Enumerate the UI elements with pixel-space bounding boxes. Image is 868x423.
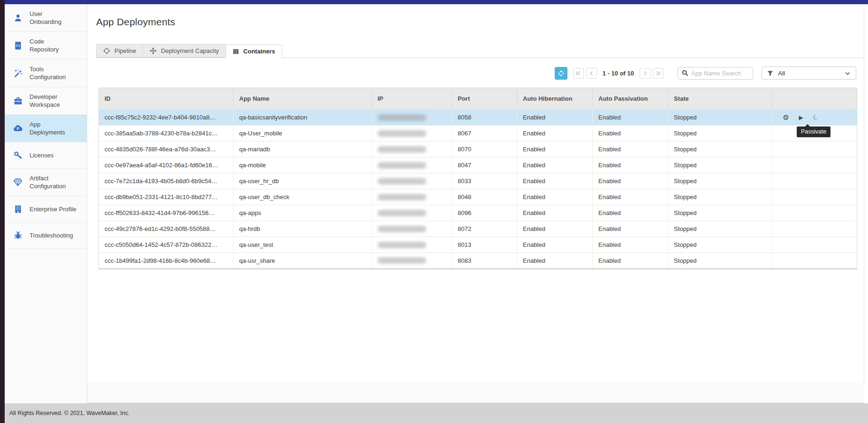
sidebar-item-licenses[interactable]: Licenses <box>5 142 87 169</box>
sidebar-item-label: Troubleshooting <box>30 231 73 239</box>
briefcase-icon <box>13 96 23 106</box>
search-input[interactable] <box>691 70 749 77</box>
left-edge-strip <box>0 0 5 423</box>
cell-app-name: qa-usr_share <box>234 253 372 269</box>
cell-auto-hibernation: Enabled <box>517 126 593 141</box>
cell-ip <box>372 205 452 221</box>
redacted-ip <box>377 130 426 137</box>
column-header-app-name[interactable]: App Name <box>234 88 372 110</box>
sidebar-item-troubleshooting[interactable]: Troubleshooting <box>5 223 87 249</box>
table-row[interactable]: ccc-ff502633-8432-41d4-97b6-996156… qa-a… <box>99 205 857 221</box>
key-icon <box>13 150 23 161</box>
search-icon <box>682 70 688 76</box>
sidebar-item-enterprise-profile[interactable]: Enterprise Profile <box>5 196 87 223</box>
containers-table: ID App Name IP Port Auto Hibernation Aut… <box>98 88 857 269</box>
table-row[interactable]: ccc-4835d026-788f-46ea-a76d-30aac3… qa-m… <box>99 141 857 157</box>
move-arrows-icon <box>150 47 157 54</box>
cell-actions <box>772 205 857 221</box>
tab-deployment-capacity[interactable]: Deployment Capacity <box>143 44 226 58</box>
cell-port: 8072 <box>452 221 517 237</box>
first-page-icon <box>575 70 581 76</box>
refresh-icon <box>558 70 565 77</box>
tab-label: Deployment Capacity <box>161 47 219 54</box>
tab-label: Containers <box>243 48 275 55</box>
cell-id: ccc-0e97aea4-a5af-4102-86a1-fd60e16… <box>99 157 234 173</box>
refresh-button[interactable] <box>555 67 567 80</box>
sidebar-item-label: App Deployments <box>30 120 65 136</box>
column-header-ip[interactable]: IP <box>372 88 452 110</box>
cell-id: ccc-ff502633-8432-41d4-97b6-996156… <box>99 205 234 221</box>
passivate-moon-icon[interactable]: ☾ <box>811 113 820 122</box>
cell-ip <box>372 157 452 173</box>
pipeline-icon <box>103 47 110 54</box>
cell-ip <box>372 253 452 269</box>
cell-ip <box>372 141 452 157</box>
sidebar-item-label: Code Repository <box>30 37 59 53</box>
cell-app-name: qa-user_test <box>234 237 372 253</box>
filter-select[interactable]: All <box>762 67 856 80</box>
cell-auto-hibernation: Enabled <box>517 157 593 173</box>
cell-app-name: qa-mariadb <box>234 141 372 157</box>
cell-auto-hibernation: Enabled <box>517 205 593 221</box>
column-header-auto-hibernation[interactable]: Auto Hibernation <box>517 88 593 110</box>
last-page-button[interactable] <box>653 68 664 79</box>
sidebar-item-developer-workspace[interactable]: Developer Workspace <box>5 87 87 115</box>
redacted-ip <box>377 194 426 200</box>
sidebar-item-tools-configuration[interactable]: Tools Configuration <box>5 59 87 87</box>
content-panel: App Deployments Pipeline Deployment Capa… <box>87 4 864 383</box>
cell-actions <box>772 221 857 237</box>
sidebar-item-label: Artifact Configuration <box>30 174 66 190</box>
cell-state: Stopped <box>668 205 772 221</box>
next-page-button[interactable] <box>640 68 650 79</box>
table-row[interactable]: ccc-49c27876-ed1c-4292-b0f8-550588… qa-h… <box>99 221 857 237</box>
cell-auto-hibernation: Enabled <box>517 221 593 237</box>
redacted-ip <box>377 162 426 169</box>
redacted-ip <box>377 146 426 153</box>
column-header-port[interactable]: Port <box>452 88 517 110</box>
table-row[interactable]: ccc-db9be051-2331-4121-8c10-8bd277… qa-u… <box>99 189 857 205</box>
cell-auto-hibernation: Enabled <box>517 253 593 269</box>
table-row[interactable]: ccc-7e72c1da-4193-4b05-b8d0-6b9c54… qa-u… <box>99 173 857 189</box>
start-play-icon[interactable]: ▶ <box>797 114 805 121</box>
cell-state: Stopped <box>668 141 772 157</box>
previous-page-button[interactable] <box>586 68 597 79</box>
table-row[interactable]: ccc-0e97aea4-a5af-4102-86a1-fd60e16… qa-… <box>99 157 857 173</box>
cell-port: 8096 <box>452 205 517 221</box>
cell-auto-passivation: Enabled <box>593 157 668 173</box>
cell-actions <box>772 157 857 173</box>
cell-state: Stopped <box>668 126 772 141</box>
column-header-actions <box>772 88 857 110</box>
column-header-auto-passivation[interactable]: Auto Passivation <box>593 88 668 110</box>
column-header-id[interactable]: ID <box>99 88 234 110</box>
cell-app-name: qa-mobile <box>234 157 372 173</box>
cell-id: ccc-4835d026-788f-46ea-a76d-30aac3… <box>99 141 234 157</box>
cell-auto-hibernation: Enabled <box>517 110 593 126</box>
cell-auto-hibernation: Enabled <box>517 189 593 205</box>
tab-pipeline[interactable]: Pipeline <box>96 44 143 58</box>
table-row[interactable]: ccc-c5050d64-1452-4c57-872b-086322… qa-u… <box>99 237 857 253</box>
table-row[interactable]: ccc-1b499fa1-2d98-416b-8c4b-960e68… qa-u… <box>99 253 857 269</box>
sidebar-item-code-repository[interactable]: Code Repository <box>5 32 87 59</box>
top-nav-bar <box>0 0 868 4</box>
sidebar-item-label: Developer Workspace <box>30 93 60 109</box>
cell-auto-passivation: Enabled <box>593 173 668 189</box>
cell-id: ccc-f85c75c2-9232-4ee7-b404-9810a8… <box>99 110 234 126</box>
column-header-state[interactable]: State <box>668 88 772 110</box>
sidebar-item-user-onboarding[interactable]: User Onboarding <box>5 4 87 32</box>
cell-id: ccc-49c27876-ed1c-4292-b0f8-550588… <box>99 221 234 237</box>
table-row[interactable]: ccc-f85c75c2-9232-4ee7-b404-9810a8… qa-b… <box>99 110 857 126</box>
copyright-text: All Rights Reserved. © 2021, WaveMaker, … <box>9 410 130 416</box>
tab-containers[interactable]: Containers <box>226 45 282 58</box>
redacted-ip <box>377 210 426 216</box>
cell-actions <box>772 189 857 205</box>
cell-state: Stopped <box>668 221 772 237</box>
cell-id: ccc-db9be051-2331-4121-8c10-8bd277… <box>99 189 234 205</box>
first-page-button[interactable] <box>573 68 584 79</box>
sidebar-item-artifact-configuration[interactable]: Artifact Configuration <box>5 169 87 196</box>
cell-actions <box>772 253 857 269</box>
settings-gear-icon[interactable]: ⚙ <box>782 114 790 121</box>
table-row[interactable]: ccc-385aa5ab-3788-4230-b78a-b2841c… qa-U… <box>99 126 857 141</box>
cell-ip <box>372 110 452 126</box>
redacted-ip <box>377 257 426 264</box>
sidebar-item-app-deployments[interactable]: App Deployments <box>5 115 87 142</box>
